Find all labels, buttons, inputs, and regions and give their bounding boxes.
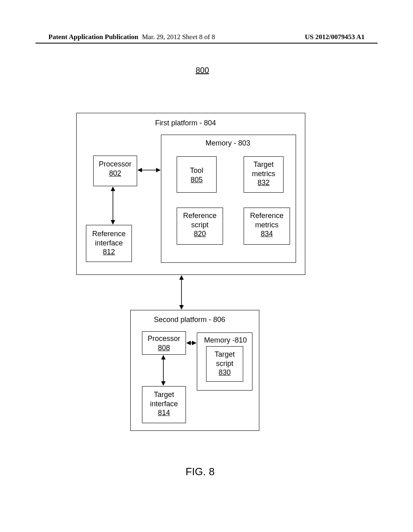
figure-number-text: 800 bbox=[196, 66, 209, 75]
reference-metrics-ref: 834 bbox=[261, 230, 273, 238]
reference-script-label: Reference script 820 bbox=[177, 211, 223, 239]
processor-2-ref: 808 bbox=[158, 344, 170, 352]
processor-1-label: Processor 802 bbox=[94, 160, 137, 178]
figure-caption: FIG. 8 bbox=[186, 466, 215, 478]
second-platform-title: Second platform - 806 bbox=[143, 315, 236, 324]
reference-metrics-label: Reference metrics 834 bbox=[244, 211, 290, 239]
reference-script-ref: 820 bbox=[194, 230, 206, 238]
processor-1-ref: 802 bbox=[109, 169, 121, 177]
tool-name: Tool bbox=[190, 166, 203, 175]
tool-label: Tool 805 bbox=[177, 166, 216, 184]
target-metrics-ref: 832 bbox=[257, 179, 269, 187]
page: Patent Application Publication Mar. 29, … bbox=[0, 0, 413, 532]
first-platform-title: First platform - 804 bbox=[145, 118, 226, 128]
header-center: Mar. 29, 2012 Sheet 8 of 8 bbox=[142, 33, 215, 41]
header-rule bbox=[35, 43, 378, 44]
target-script-label: Target script 830 bbox=[206, 350, 243, 377]
reference-script-name: Reference script bbox=[183, 212, 217, 229]
header-left: Patent Application Publication bbox=[48, 33, 138, 41]
processor-2-name: Processor bbox=[148, 335, 180, 343]
reference-interface-ref: 812 bbox=[103, 248, 115, 256]
target-interface-label: Target interface 814 bbox=[142, 390, 186, 418]
target-script-ref: 830 bbox=[219, 368, 231, 376]
reference-interface-name: Reference interface bbox=[92, 230, 125, 247]
target-interface-ref: 814 bbox=[158, 409, 170, 417]
processor-1-name: Processor bbox=[99, 160, 131, 168]
target-interface-name: Target interface bbox=[150, 391, 178, 408]
target-metrics-label: Target metrics 832 bbox=[244, 160, 283, 187]
memory-1-title: Memory - 803 bbox=[188, 139, 268, 148]
reference-metrics-name: Reference metrics bbox=[250, 212, 284, 229]
target-script-name: Target script bbox=[215, 350, 235, 368]
memory-2-title: Memory -810 bbox=[199, 336, 252, 345]
tool-ref: 805 bbox=[190, 176, 202, 184]
processor-2-label: Processor 808 bbox=[142, 334, 186, 352]
header-right: US 2012/0079453 A1 bbox=[305, 33, 365, 41]
reference-interface-label: Reference interface 812 bbox=[86, 229, 131, 257]
target-metrics-name: Target metrics bbox=[252, 160, 275, 178]
figure-number: 800 bbox=[196, 66, 209, 75]
